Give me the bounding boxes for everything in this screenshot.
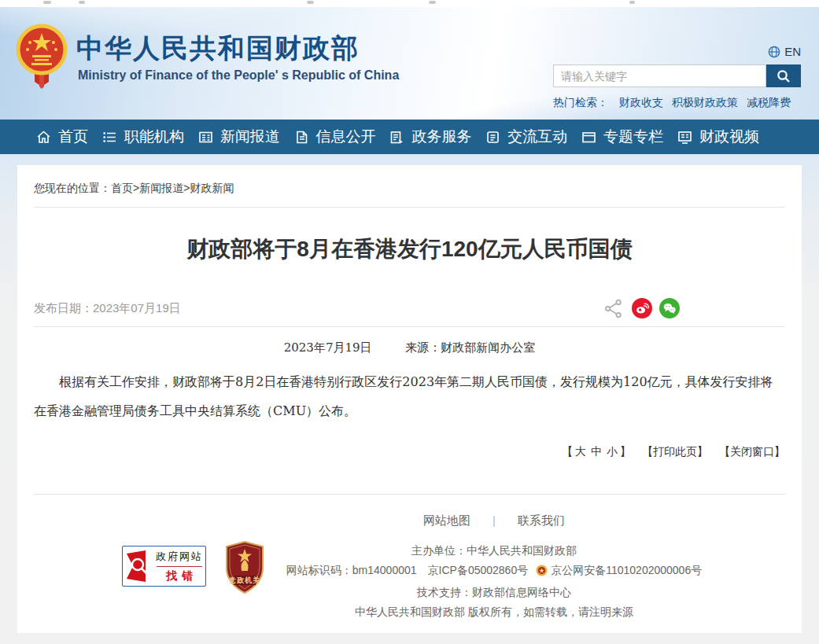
site-header-banner: 中华人民共和国财政部 Ministry of Finance of the Pe… [0, 7, 819, 120]
nav-item-video[interactable]: 财政视频 [677, 127, 759, 147]
security-record-link[interactable]: 京公网安备11010202000006号 [551, 564, 702, 576]
footer-divider [34, 494, 785, 495]
nav-item-news[interactable]: 新闻报道 [198, 127, 280, 147]
footer-organizer: 主办单位：中华人民共和国财政部 [203, 541, 785, 561]
nav-label: 交流互动 [507, 127, 567, 147]
nav-label: 财政视频 [699, 127, 759, 147]
hot-link-2[interactable]: 减税降费 [747, 96, 791, 110]
party-badge-label: 党政机关 [224, 576, 265, 586]
toolbar-mark [307, 1, 314, 4]
close-window-button[interactable]: 【关闭窗口】 [719, 445, 785, 458]
date-divider [34, 326, 785, 327]
article-title: 财政部将于8月在香港发行120亿元人民币国债 [34, 234, 785, 264]
nav-item-interact[interactable]: 交流互动 [485, 127, 567, 147]
main-navigation: 首页 职能机构 新闻报道 信息公开 政务服务 交流互动 [0, 120, 819, 154]
share-wechat-button[interactable] [659, 298, 680, 318]
share-weibo-button[interactable] [632, 298, 652, 318]
font-size-small-button[interactable]: 小 [607, 445, 618, 458]
error-badge-line1: 政府网站 [156, 550, 203, 564]
share-toolbar [603, 298, 680, 319]
nav-label: 新闻报道 [220, 127, 280, 147]
window-icon [581, 130, 596, 145]
site-subtitle: Ministry of Finance of the People' s Rep… [78, 68, 399, 83]
nav-label: 首页 [58, 127, 88, 147]
error-finder-icon [125, 549, 153, 583]
site-code: 网站标识码：bm14000001 [286, 564, 417, 576]
breadcrumb: 您现在的位置：首页>新闻报道>财政新闻 [34, 165, 785, 196]
search-button[interactable] [766, 64, 801, 87]
footer: 政府网站 找错 党政机关 主办单位：中华人民共和国财政部 网站标识码：bm140… [34, 541, 785, 634]
footer-links-separator: | [493, 513, 496, 527]
gov-site-error-report-badge[interactable]: 政府网站 找错 [122, 546, 206, 587]
national-emblem-logo[interactable] [14, 24, 69, 90]
search-input[interactable] [553, 64, 766, 87]
toolbar-mark [429, 1, 436, 4]
font-size-medium-button[interactable]: 中 [591, 445, 602, 458]
error-badge-text: 政府网站 找错 [153, 550, 205, 583]
publish-date-row: 发布日期：2023年07月19日 [34, 297, 785, 319]
breadcrumb-prefix: 您现在的位置： [34, 182, 111, 194]
search-icon [776, 68, 791, 84]
font-size-bracket: 【 [562, 445, 573, 458]
police-badge-icon [536, 563, 548, 583]
nav-item-service[interactable]: 政务服务 [389, 127, 471, 147]
video-icon [677, 130, 692, 145]
toolbar-mark [629, 1, 635, 4]
article-date: 2023年7月19日 [284, 340, 372, 355]
content-panel: 您现在的位置：首页>新闻报道>财政新闻 财政部将于8月在香港发行120亿元人民币… [17, 165, 802, 633]
breadcrumb-separator: > [133, 182, 139, 194]
hot-search-label: 热门检索： [553, 96, 608, 110]
wechat-icon [662, 301, 677, 315]
clipboard-icon [389, 130, 404, 145]
nav-item-info[interactable]: 信息公开 [294, 127, 376, 147]
nav-item-home[interactable]: 首页 [36, 127, 88, 147]
newspaper-icon [198, 130, 213, 145]
font-size-bracket: 】 [620, 445, 631, 458]
browser-toolbar-remnant [0, 0, 819, 7]
error-badge-line2: 找错 [166, 569, 197, 583]
icp-number: 京ICP备05002860号 [428, 564, 529, 576]
print-page-button[interactable]: 【打印此页】 [642, 445, 708, 458]
breadcrumb-finance-news[interactable]: 财政新闻 [190, 182, 234, 194]
article-source: 来源：财政部新闻办公室 [405, 340, 535, 355]
party-shield-icon [224, 541, 265, 594]
language-switch-en[interactable]: EN [768, 45, 801, 58]
breadcrumb-news[interactable]: 新闻报道 [139, 182, 183, 194]
home-icon [36, 130, 51, 145]
toolbar-mark [79, 1, 85, 4]
en-label: EN [784, 45, 801, 58]
document-icon [294, 130, 309, 145]
footer-copyright: 中华人民共和国财政部 版权所有，如需转载，请注明来源 [203, 602, 785, 622]
footer-text-block: 主办单位：中华人民共和国财政部 网站标识码：bm14000001京ICP备050… [203, 541, 785, 622]
breadcrumb-divider [34, 207, 785, 208]
site-title: 中华人民共和国财政部 [76, 31, 360, 67]
toolbar-mark [43, 1, 51, 4]
article-meta: 2023年7月19日 来源：财政部新闻办公室 [34, 340, 785, 355]
dialog-icon [485, 130, 500, 145]
nav-label: 专题专栏 [603, 127, 663, 147]
publish-date: 发布日期：2023年07月19日 [34, 301, 181, 316]
globe-icon [768, 46, 780, 58]
contact-link[interactable]: 联系我们 [518, 513, 565, 527]
hot-link-0[interactable]: 财政收支 [619, 96, 663, 110]
share-icon[interactable] [603, 298, 625, 319]
footer-registration-line: 网站标识码：bm14000001京ICP备05002860号京公网安备11010… [203, 561, 785, 583]
sitemap-link[interactable]: 网站地图 [423, 513, 470, 527]
nav-label: 信息公开 [316, 127, 376, 147]
breadcrumb-home[interactable]: 首页 [111, 182, 133, 194]
error-badge-separator [157, 566, 202, 567]
weibo-icon [635, 301, 649, 315]
article-body: 根据有关工作安排，财政部将于8月2日在香港特别行政区发行2023年第二期人民币国… [34, 367, 785, 425]
nav-label: 政务服务 [411, 127, 471, 147]
org-list-icon [102, 130, 117, 145]
nav-item-special[interactable]: 专题专栏 [581, 127, 663, 147]
footer-support: 技术支持：财政部信息网络中心 [203, 583, 785, 602]
nav-item-org[interactable]: 职能机构 [102, 127, 184, 147]
party-gov-org-badge[interactable]: 党政机关 [224, 541, 265, 594]
nav-label: 职能机构 [124, 127, 184, 147]
hot-link-1[interactable]: 积极财政政策 [672, 96, 738, 110]
footer-links: 网站地图|联系我们 [203, 513, 785, 528]
hot-search-row: 热门检索： 财政收支 积极财政政策 减税降费 [553, 96, 799, 110]
article-actions: 【大中小】【打印此页】【关闭窗口】 [34, 445, 785, 459]
font-size-large-button[interactable]: 大 [575, 445, 586, 458]
